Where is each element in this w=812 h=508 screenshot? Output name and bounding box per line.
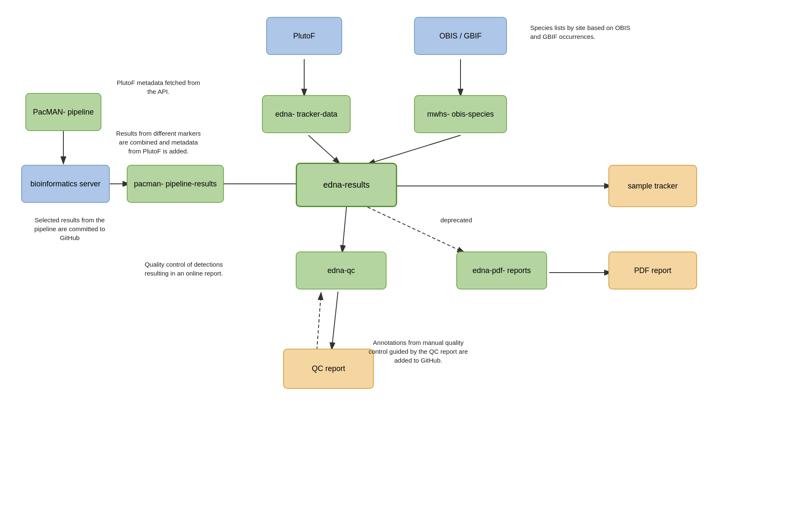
node-pacman-pipeline: PacMAN- pipeline xyxy=(25,93,101,131)
annotation-quality-control: Quality control of detections resulting … xyxy=(135,260,232,278)
node-edna-qc: edna-qc xyxy=(296,251,387,290)
annotation-selected-results: Selected results from the pipeline are c… xyxy=(25,216,114,242)
node-sample-tracker: sample tracker xyxy=(608,165,697,207)
annotation-plutof-metadata: PlutoF metadata fetched from the API. xyxy=(116,78,201,96)
node-qc-report: QC report xyxy=(283,349,374,389)
annotation-results-combined: Results from different markers are combi… xyxy=(112,129,205,156)
svg-line-13 xyxy=(317,292,321,350)
svg-line-7 xyxy=(308,135,340,164)
svg-line-12 xyxy=(332,292,338,350)
node-plutof: PlutoF xyxy=(266,17,342,55)
node-bioinformatics-server: bioinformatics server xyxy=(21,165,110,203)
node-edna-tracker-data: edna- tracker-data xyxy=(262,95,351,133)
node-pdf-report: PDF report xyxy=(608,251,697,290)
svg-line-10 xyxy=(342,207,346,253)
svg-line-11 xyxy=(368,207,465,253)
node-edna-pdf-reports: edna-pdf- reports xyxy=(456,251,547,290)
svg-line-8 xyxy=(368,135,460,164)
annotation-deprecated: deprecated xyxy=(431,216,482,224)
node-pacman-pipeline-results: pacman- pipeline-results xyxy=(127,165,224,203)
annotation-annotations-manual: Annotations from manual quality control … xyxy=(368,338,469,365)
node-obis-gbif: OBIS / GBIF xyxy=(414,17,507,55)
node-mwhs-obis-species: mwhs- obis-species xyxy=(414,95,507,133)
annotation-species-lists: Species lists by site based on OBIS and … xyxy=(530,23,632,41)
diagram-container: PacMAN- pipeline bioinformatics server p… xyxy=(0,0,812,508)
node-edna-results: edna-results xyxy=(296,163,397,207)
